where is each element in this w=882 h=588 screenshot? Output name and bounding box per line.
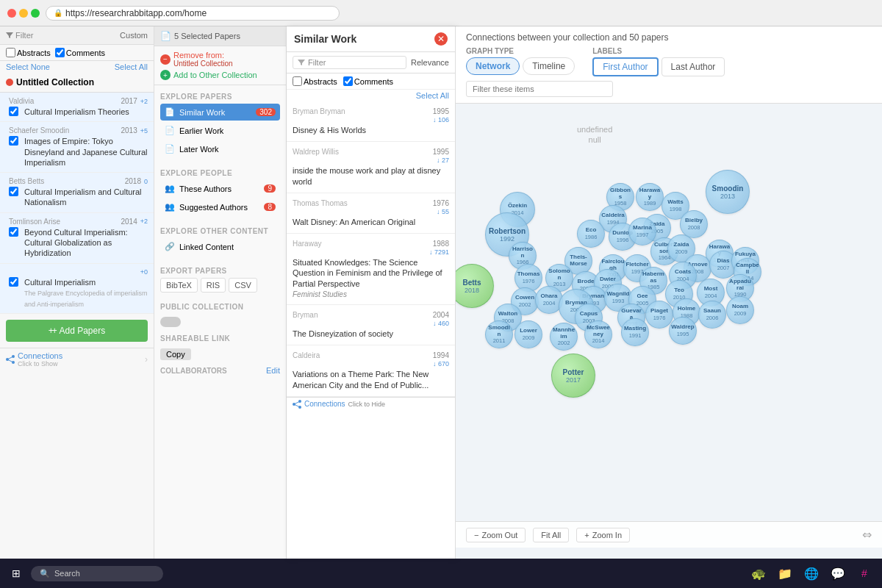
select-links: Select None Select All [0, 61, 154, 73]
similar-paper-item[interactable]: Haraway 1988 ↓ 7291 Situated Knowledges:… [287, 234, 455, 305]
paper-item[interactable]: +0 Cultural ImperialismThe Palgrave Ency… [0, 264, 154, 315]
similar-paper-item[interactable]: Caldeira 1994 ↓ 670 Variations on a Them… [287, 345, 455, 397]
similar-paper-item[interactable]: Waldrep Willis 1995 ↓ 27 inside the mous… [287, 142, 455, 193]
linked-content-item[interactable]: 🔗 Linked Content [160, 238, 280, 255]
chat-icon[interactable]: 💬 [826, 562, 850, 585]
folder-icon[interactable]: 📁 [773, 562, 797, 585]
node-year: 2008 [688, 224, 700, 231]
network-node[interactable]: Noam2009 [726, 296, 754, 324]
similar-work-title: Similar Work [294, 33, 356, 45]
suggested-authors-item[interactable]: 👥 Suggested Authors 8 [160, 198, 280, 215]
public-toggle-row [160, 314, 280, 330]
network-node[interactable]: Eco1986 [577, 220, 605, 248]
network-node[interactable]: Saaun2006 [698, 301, 726, 329]
node-year: 2007 [717, 265, 730, 271]
public-toggle[interactable] [160, 317, 181, 327]
select-all-link[interactable]: Select All [115, 62, 148, 71]
resize-handle[interactable]: ⇔ [862, 528, 872, 542]
network-node[interactable]: Waldrep1995 [669, 317, 697, 345]
network-node[interactable]: Mannheim2002 [550, 323, 578, 351]
csv-button[interactable]: CSV [229, 278, 257, 293]
paper-item[interactable]: Tomlinson Arise 2014 +2 Beyond Cultural … [0, 213, 154, 264]
taskbar-search[interactable]: 🔍 Search [31, 566, 163, 581]
node-label: Walton [498, 311, 517, 318]
similar-paper-item[interactable]: Bryman 2004 ↓ 460 The Disneyization of s… [287, 305, 455, 345]
network-node[interactable]: Bielby2008 [680, 210, 708, 238]
add-to-collection-button[interactable]: + Add to Other Collection [160, 70, 280, 80]
paper-item[interactable]: Schaefer Smoodin 2013 +5 Images of Empir… [0, 122, 154, 173]
connections-tooltip-bottom[interactable]: Connections Click to Hide [287, 397, 455, 411]
connections-bar[interactable]: Connections Click to Show › [0, 348, 154, 370]
paper-title: Images of Empire: Tokyo Disneyland and J… [24, 136, 148, 168]
bibtex-button[interactable]: BibTeX [160, 278, 198, 293]
abstracts-checkbox-similar[interactable]: Abstracts [293, 76, 337, 86]
network-node[interactable]: Potter2017 [551, 354, 595, 398]
network-node[interactable]: McSweeney2014 [584, 320, 612, 348]
select-all-similar[interactable]: Select All [287, 90, 455, 101]
node-label: Piaget [650, 308, 668, 315]
minimize-window-button[interactable] [19, 9, 28, 18]
paper-authors: Bryman Bryman [293, 107, 345, 123]
fit-all-button[interactable]: Fit All [533, 528, 569, 542]
relevance-label: Relevance [411, 58, 449, 67]
network-header: Connections between your collection and … [456, 26, 882, 104]
these-authors-item[interactable]: 👥 These Authors 9 [160, 180, 280, 197]
network-node[interactable]: Betts2018 [456, 264, 494, 308]
windows-start-button[interactable]: ⊞ [6, 563, 26, 584]
timeline-button[interactable]: Timeline [523, 57, 575, 75]
node-year: 1993 [612, 298, 625, 304]
url-bar[interactable]: 🔒 https://researchrabbitapp.com/home [46, 6, 340, 21]
network-node[interactable]: Smoodin2013 [706, 170, 750, 214]
earlier-work-item[interactable]: 📄 Earlier Work [160, 122, 280, 139]
copy-button[interactable]: Copy [160, 348, 191, 360]
first-author-button[interactable]: First Author [592, 57, 658, 76]
comments-checkbox[interactable]: Comments [55, 48, 105, 57]
collaborators-row: COLLABORATORS Edit [160, 363, 280, 378]
zoom-out-button[interactable]: − Zoom Out [466, 528, 526, 542]
similar-work-item[interactable]: 📄 Similar Work 302 [160, 104, 280, 121]
last-author-button[interactable]: Last Author [662, 57, 725, 76]
close-window-button[interactable] [7, 9, 16, 18]
label-buttons: First Author Last Author [592, 57, 725, 76]
network-node[interactable]: Smoodin2011 [485, 320, 513, 348]
node-label: Watts [667, 199, 683, 206]
node-label: Solomon [548, 268, 571, 282]
network-node[interactable]: Piaget1976 [645, 301, 673, 329]
later-work-item[interactable]: 📄 Later Work [160, 140, 280, 157]
app-container: Filter Custom Abstracts Comments Select … [0, 26, 882, 559]
paper-item[interactable]: Betts Betts 2018 0 Cultural Imperialism … [0, 173, 154, 213]
maximize-window-button[interactable] [31, 9, 40, 18]
similar-paper-item[interactable]: Bryman Bryman 1995 ↓ 106 Disney & His Wo… [287, 101, 455, 142]
search-icon: 🔍 [40, 569, 50, 578]
public-collection-label: PUBLIC COLLECTION [160, 298, 280, 314]
edit-button[interactable]: Edit [266, 366, 280, 375]
collection-header: Untitled Collection [0, 73, 154, 93]
add-papers-button[interactable]: + + Add Papers [6, 320, 148, 342]
node-year: 2018 [465, 287, 479, 294]
similar-filter-input[interactable]: Filter [293, 56, 406, 69]
select-none-link[interactable]: Select None [6, 62, 50, 71]
browser-icon[interactable]: 🌐 [800, 562, 823, 585]
suggested-authors-icon: 👥 [165, 202, 175, 212]
paper-authors: Schaefer Smoodin [9, 126, 69, 135]
node-year: 2009 [675, 248, 688, 255]
paper-authors: Haraway [293, 240, 321, 256]
similar-paper-item[interactable]: Thomas Thomas 1976 ↓ 55 Walt Disney: An … [287, 193, 455, 234]
zoom-in-button[interactable]: + Zoom In [576, 528, 630, 542]
network-nodes: Özekin2014Robertson1992Gibbons1958Harawa… [456, 104, 882, 548]
network-node[interactable]: Masting1991 [621, 318, 649, 346]
network-controls: Graph Type Network Timeline Labels First… [466, 47, 872, 76]
abstracts-checkbox[interactable]: Abstracts [6, 48, 51, 57]
remove-from-button[interactable]: − Remove from: Untitled Collection [160, 51, 280, 68]
network-button[interactable]: Network [466, 57, 520, 75]
ris-button[interactable]: RIS [201, 278, 226, 293]
explore-papers-section: EXPLORE PAPERS 📄 Similar Work 302 📄 Earl… [154, 85, 286, 162]
network-node[interactable]: Haraway1989 [636, 183, 664, 211]
close-similar-button[interactable]: ✕ [434, 32, 448, 46]
node-label: Holme [678, 306, 695, 312]
filter-items-input[interactable] [466, 81, 613, 97]
paper-item[interactable]: Valdivia 2017 +2 Cultural Imperialism Th… [0, 93, 154, 122]
network-node[interactable]: Lower2009 [514, 320, 542, 348]
slack-icon[interactable]: # [853, 562, 876, 585]
comments-checkbox-similar[interactable]: Comments [343, 76, 393, 86]
